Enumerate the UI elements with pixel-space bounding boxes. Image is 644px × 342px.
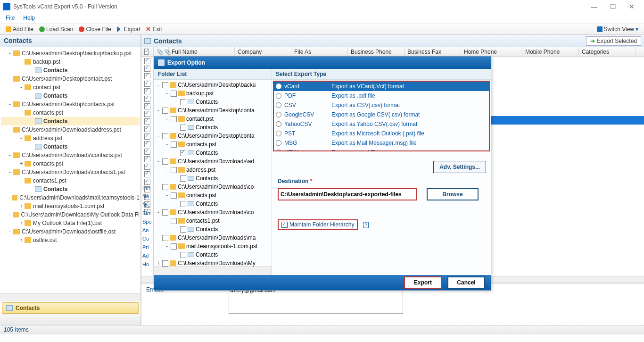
tree-node[interactable]: -address.pst [1, 134, 140, 142]
dialog-tree-node[interactable]: -backup.pst [155, 89, 271, 98]
tree-node[interactable]: +contacts.pst [1, 159, 140, 168]
row-checkbox[interactable] [144, 103, 150, 109]
dialog-tree-node[interactable]: -C:\Users\admin\Desktop\conta [155, 106, 271, 115]
menu-file[interactable]: File [6, 15, 15, 21]
tree-node[interactable]: -C:\Users\admin\Desktop\contacts.pst [1, 100, 140, 108]
col-header[interactable]: Home Phone [461, 47, 522, 56]
browse-button[interactable]: Browse [427, 188, 479, 200]
dialog-tree-node[interactable]: -address.pst [155, 166, 271, 174]
minimize-button[interactable]: — [585, 1, 603, 12]
col-header[interactable]: Mobile Phone [522, 47, 579, 56]
tree-node[interactable]: -contacts1.pst [1, 176, 140, 185]
export-type-option[interactable]: MSGExport as Mail Message(.msg) file [274, 138, 489, 148]
export-type-option[interactable]: YahooCSVExport as Yahoo CSV(.csv) format [274, 119, 489, 129]
dialog-folder-tree[interactable]: -C:\Users\admin\Desktop\backu-backup.pst… [154, 80, 272, 267]
row-checkbox[interactable] [144, 149, 150, 155]
row-checkbox[interactable] [144, 141, 150, 147]
row-checkbox[interactable] [144, 179, 150, 185]
row-checkbox[interactable] [144, 111, 150, 117]
row-checkbox[interactable] [144, 58, 150, 64]
col-header[interactable]: Business Fax [405, 47, 461, 56]
tree-node[interactable]: +My Outlook Data File(1).pst [1, 219, 140, 227]
tree-node[interactable]: -C:\Users\admin\Downloads\contacts.pst [1, 151, 140, 159]
row-checkbox[interactable] [144, 118, 150, 125]
dialog-tree-node[interactable]: -C:\Users\admin\Downloads\co [155, 208, 271, 217]
tree-node[interactable]: -C:\Users\admin\Downloads\contacts1.pst [1, 168, 140, 176]
tree-node[interactable]: Contacts [1, 185, 140, 193]
tree-node[interactable]: -C:\Users\admin\Downloads\ostfile.ost [1, 227, 140, 236]
tree-node[interactable]: -C:\Users\admin\Desktop\contact.pst [1, 75, 140, 83]
dialog-cancel-button[interactable]: Cancel [447, 276, 485, 289]
export-type-option[interactable]: PSTExport as Microsoft Outlook (.pst) fi… [274, 129, 489, 138]
tree-node[interactable]: Contacts [1, 66, 140, 75]
dialog-tree-node[interactable]: -contacts.pst [155, 191, 271, 200]
tree-node[interactable]: -C:\Users\admin\Downloads\My Outlook Dat… [1, 210, 140, 219]
dialog-tree-node[interactable]: -C:\Users\admin\Desktop\conta [155, 132, 271, 140]
tree-node[interactable]: -contacts.pst [1, 108, 140, 117]
tree-node[interactable]: Contacts [1, 142, 140, 151]
row-checkbox[interactable] [144, 156, 150, 162]
tree-node[interactable]: Contacts [1, 117, 140, 125]
h-scrollbar[interactable] [0, 293, 140, 301]
col-header[interactable]: Business Phone [348, 47, 405, 56]
maximize-button[interactable]: ☐ [603, 1, 622, 12]
tree-node[interactable]: -C:\Users\admin\Downloads\mail.teamsysto… [1, 193, 140, 202]
dialog-tree-node[interactable]: -C:\Users\admin\Downloads\ma [155, 234, 271, 242]
close-button[interactable]: ✕ [622, 1, 641, 12]
maintain-hierarchy-checkbox[interactable]: Maintain Folder Hierarchy [278, 219, 358, 230]
export-type-option[interactable]: CSVExport as CSV(.csv) format [274, 100, 489, 110]
dialog-tree-node[interactable]: Contacts [155, 200, 271, 208]
switch-view-button[interactable]: Switch View ▾ [594, 26, 641, 33]
tree-node[interactable]: -backup.pst [1, 58, 140, 66]
destination-input[interactable] [278, 188, 417, 200]
load-scan-button[interactable]: Load Scan [36, 26, 76, 33]
export-button[interactable]: Export [114, 26, 143, 33]
export-type-option[interactable]: HTMLExport as .html File [274, 148, 489, 151]
nav-contacts[interactable]: Contacts [2, 302, 139, 314]
dialog-export-button[interactable]: Export [404, 276, 442, 289]
menu-help[interactable]: Help [23, 15, 35, 21]
export-selected-button[interactable]: ➜ Export Selected [586, 36, 641, 46]
col-header[interactable]: Categories [579, 47, 636, 56]
add-file-button[interactable]: Add File [3, 26, 36, 33]
row-checkbox[interactable] [144, 133, 150, 140]
tree-node[interactable]: -C:\Users\admin\Desktop\backup\backup.ps… [1, 49, 140, 58]
dialog-tree-node[interactable]: -C:\Users\admin\Downloads\co [155, 183, 271, 191]
dialog-tree-node[interactable]: Contacts [155, 123, 271, 132]
dialog-tree-node[interactable]: -C:\Users\admin\Desktop\backu [155, 81, 271, 89]
row-checkbox[interactable] [144, 66, 150, 72]
export-type-option[interactable]: PDFExport as .pdf file [274, 91, 489, 100]
dialog-tree-node[interactable]: Contacts [155, 174, 271, 183]
dialog-tree-node[interactable]: -contact.pst [155, 115, 271, 123]
close-file-button[interactable]: Close File [76, 26, 114, 33]
exit-button[interactable]: ✕Exit [143, 25, 165, 33]
dialog-tree-scrollbar[interactable] [154, 267, 272, 275]
tree-node[interactable]: +mail.teamsystools-1.com.pst [1, 202, 140, 210]
folder-tree[interactable]: -C:\Users\admin\Desktop\backup\backup.ps… [0, 47, 140, 293]
dialog-tree-node[interactable]: -contacts.pst [155, 140, 271, 149]
row-checkbox[interactable] [144, 88, 150, 94]
export-type-list[interactable]: vCardExport as VCard(.Vcf) formatPDFExpo… [273, 81, 490, 151]
col-header[interactable]: File As [291, 47, 348, 56]
dialog-tree-node[interactable]: Contacts [155, 149, 271, 157]
dialog-tree-node[interactable]: Contacts [155, 250, 271, 259]
adv-settings-button[interactable]: Adv. Settings... [433, 161, 486, 173]
dialog-tree-node[interactable]: -contacts1.pst [155, 217, 271, 225]
dialog-tree-node[interactable]: Contacts [155, 225, 271, 234]
tree-node[interactable]: -contact.pst [1, 83, 140, 92]
export-type-option[interactable]: vCardExport as VCard(.Vcf) format [274, 82, 489, 91]
row-checkbox[interactable] [144, 81, 150, 87]
col-header[interactable]: Full Name [169, 47, 235, 56]
row-checkbox[interactable] [144, 171, 150, 177]
export-type-option[interactable]: GoogleCSVExport as Google CSV(.csv) form… [274, 110, 489, 119]
col-header[interactable]: Company [235, 47, 291, 56]
row-checkbox[interactable] [144, 164, 150, 170]
select-all-checkbox[interactable] [144, 49, 149, 55]
dialog-tree-node[interactable]: -C:\Users\admin\Downloads\ad [155, 157, 271, 166]
help-link[interactable]: [?] [363, 221, 369, 228]
tree-node[interactable]: Contacts [1, 92, 140, 100]
dialog-tree-node[interactable]: Contacts [155, 98, 271, 106]
row-checkbox[interactable] [144, 96, 150, 102]
row-checkbox[interactable] [144, 126, 150, 132]
tree-node[interactable]: +ostfile.ost [1, 236, 140, 244]
